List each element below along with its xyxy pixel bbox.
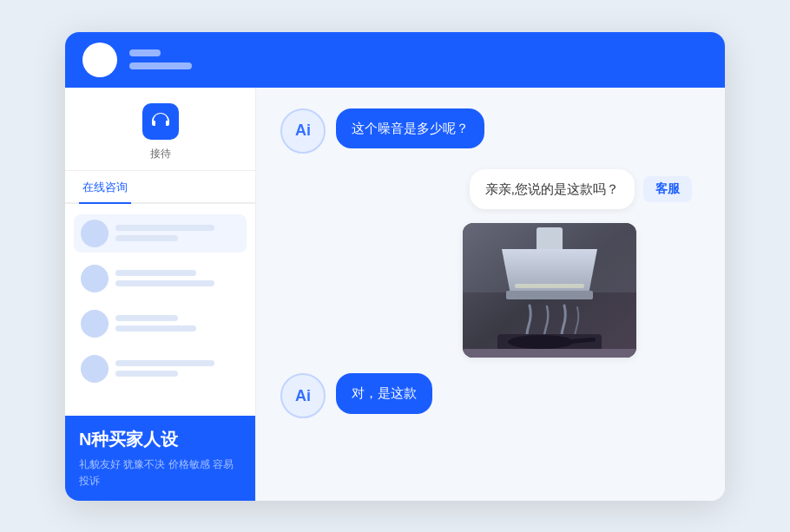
list-avatar: [81, 265, 109, 292]
list-avatar: [81, 220, 109, 247]
cs-label: 客服: [643, 176, 692, 202]
svg-rect-3: [506, 291, 593, 299]
list-item[interactable]: [74, 259, 247, 298]
body-area: 接待 在线咨询: [65, 88, 725, 501]
banner-subtitle: 礼貌友好 犹豫不决 价格敏感 容易投诉: [79, 456, 241, 489]
chat-row-2: 亲亲,您说的是这款吗？ 客服: [280, 169, 701, 358]
list-item-lines: [115, 315, 240, 332]
list-line: [115, 360, 214, 366]
headset-icon: [150, 111, 171, 132]
svg-rect-8: [463, 349, 636, 358]
header-line-1: [129, 49, 161, 56]
header-info: [129, 49, 192, 69]
reception-icon-button[interactable]: [142, 103, 179, 140]
tab-online-consult[interactable]: 在线咨询: [79, 171, 131, 204]
header-line-2: [129, 62, 192, 69]
list-line: [115, 280, 214, 286]
ai-bubble-1: 这个噪音是多少呢？: [336, 108, 484, 149]
list-item[interactable]: [74, 305, 247, 343]
list-avatar: [81, 310, 109, 338]
list-line: [115, 371, 178, 377]
svg-rect-4: [515, 284, 584, 288]
sidebar: 接待 在线咨询: [65, 88, 256, 501]
list-item[interactable]: [74, 350, 247, 388]
sidebar-icon-section: 接待: [65, 88, 255, 171]
chat-row-3: Ai 对，是这款: [280, 373, 701, 418]
sidebar-tabs: 在线咨询: [65, 171, 255, 204]
product-image: [463, 223, 636, 358]
kitchen-illustration: [463, 223, 636, 358]
ai-bubble-2: 对，是这款: [336, 373, 432, 414]
list-line: [115, 235, 178, 241]
ai-avatar-2: Ai: [280, 373, 326, 418]
header-avatar: [82, 43, 117, 77]
chat-area: Ai 这个噪音是多少呢？ 亲亲,您说的是这款吗？ 客服: [256, 88, 725, 501]
list-item-lines: [115, 270, 240, 286]
kitchen-hood-image: [463, 223, 636, 358]
sidebar-banner: N种买家人设 礼貌友好 犹豫不决 价格敏感 容易投诉: [65, 416, 255, 500]
list-line: [115, 270, 196, 276]
svg-rect-2: [537, 227, 563, 252]
svg-point-6: [508, 335, 574, 349]
list-item-lines: [115, 360, 240, 377]
app-window: 接待 在线咨询: [65, 32, 725, 501]
list-item[interactable]: [74, 214, 247, 253]
list-line: [115, 315, 178, 321]
list-line: [115, 325, 196, 332]
ai-avatar-1: Ai: [280, 108, 326, 154]
list-item-lines: [115, 225, 240, 241]
list-line: [115, 225, 214, 231]
banner-title: N种买家人设: [79, 428, 241, 451]
chat-row-1: Ai 这个噪音是多少呢？: [280, 108, 701, 154]
list-avatar: [81, 355, 109, 383]
header-bar: [65, 32, 725, 88]
reception-label: 接待: [150, 147, 171, 161]
cs-bubble-1: 亲亲,您说的是这款吗？: [470, 169, 635, 210]
